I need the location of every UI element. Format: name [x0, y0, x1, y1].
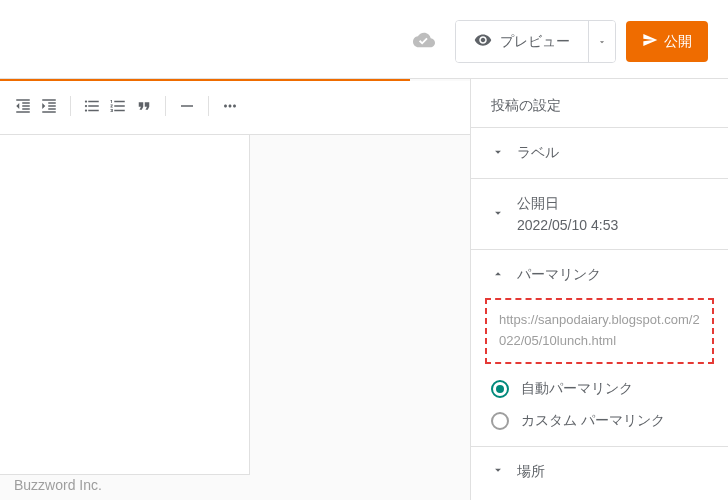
sidebar-title: 投稿の設定 [471, 97, 728, 127]
chevron-down-icon [491, 145, 505, 162]
indent-increase-icon[interactable] [40, 97, 58, 115]
section-published[interactable]: 公開日 2022/05/10 4:53 [491, 195, 708, 233]
toolbar-separator [165, 96, 166, 116]
more-icon[interactable] [221, 97, 239, 115]
send-icon [642, 32, 658, 51]
radio-unchecked-icon [491, 412, 509, 430]
section-label: ラベル [517, 144, 559, 162]
radio-auto-permalink[interactable]: 自動パーマリンク [491, 380, 708, 398]
indent-decrease-icon[interactable] [14, 97, 32, 115]
radio-label: 自動パーマリンク [521, 380, 633, 398]
toolbar-separator [70, 96, 71, 116]
permalink-url-box: https://sanpodaiary.blogspot.com/2022/05… [485, 298, 714, 364]
preview-dropdown-button[interactable] [588, 21, 615, 62]
numbered-list-icon[interactable] [109, 97, 127, 115]
radio-label: カスタム パーマリンク [521, 412, 665, 430]
publish-label: 公開 [664, 33, 692, 51]
editor-toolbar [0, 81, 470, 135]
radio-custom-permalink[interactable]: カスタム パーマリンク [491, 412, 708, 430]
publish-button[interactable]: 公開 [626, 21, 708, 62]
horizontal-rule-icon[interactable] [178, 97, 196, 115]
bullet-list-icon[interactable] [83, 97, 101, 115]
chevron-down-icon [491, 206, 505, 223]
chevron-down-icon [491, 463, 505, 480]
editor-canvas[interactable] [0, 135, 250, 475]
chevron-up-icon [491, 267, 505, 284]
quote-icon[interactable] [135, 97, 153, 115]
location-label: 場所 [517, 463, 545, 481]
preview-button[interactable]: プレビュー [456, 21, 588, 62]
section-labels[interactable]: ラベル [491, 144, 708, 162]
toolbar-separator [208, 96, 209, 116]
section-permalink[interactable]: パーマリンク [491, 266, 708, 284]
preview-label: プレビュー [500, 33, 570, 51]
radio-checked-icon [491, 380, 509, 398]
settings-sidebar: 投稿の設定 ラベル 公開日 2022/05/10 4:53 パーマリンク [470, 79, 728, 500]
published-value: 2022/05/10 4:53 [517, 217, 618, 233]
published-label: 公開日 [517, 195, 618, 213]
footer-attribution: Buzzword Inc. [14, 477, 102, 493]
section-location[interactable]: 場所 [491, 463, 708, 481]
editor-area: Buzzword Inc. [0, 79, 470, 500]
caret-down-icon [597, 37, 607, 47]
eye-icon [474, 31, 492, 52]
permalink-label: パーマリンク [517, 266, 601, 284]
cloud-saved-icon [413, 29, 435, 55]
